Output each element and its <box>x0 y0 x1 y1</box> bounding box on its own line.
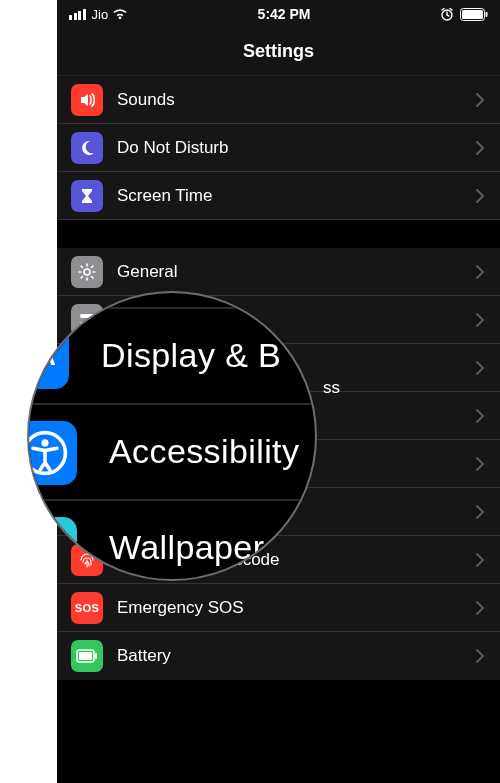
hourglass-icon <box>71 180 103 212</box>
section-separator <box>57 220 500 248</box>
sos-icon: SOS <box>71 592 103 624</box>
accessibility-icon <box>27 420 77 484</box>
svg-point-21 <box>40 543 51 554</box>
row-screen-time[interactable]: Screen Time <box>57 172 500 220</box>
row-label: Battery <box>117 646 476 666</box>
row-emergency-sos[interactable]: SOS Emergency SOS <box>57 584 500 632</box>
row-battery[interactable]: Battery <box>57 632 500 680</box>
chevron-right-icon <box>476 265 484 279</box>
chevron-right-icon <box>476 505 484 519</box>
svg-point-20 <box>41 438 48 445</box>
status-left: Jio <box>69 7 128 22</box>
svg-rect-18 <box>95 653 97 659</box>
display-row-tail: ss <box>323 378 340 398</box>
page-title: Settings <box>243 41 314 62</box>
wifi-icon <box>112 8 128 20</box>
battery-icon <box>460 8 488 21</box>
chevron-right-icon <box>476 361 484 375</box>
row-label: Sounds <box>117 90 476 110</box>
status-right <box>440 7 488 21</box>
svg-point-24 <box>31 530 59 565</box>
status-time: 5:42 PM <box>258 6 311 22</box>
svg-rect-17 <box>79 652 92 660</box>
row-label: General <box>117 262 476 282</box>
chevron-right-icon <box>476 409 484 423</box>
battery-tile-icon <box>71 640 103 672</box>
chevron-right-icon <box>476 93 484 107</box>
row-general[interactable]: General <box>57 248 500 296</box>
row-label: Screen Time <box>117 186 476 206</box>
status-bar: Jio 5:42 PM <box>57 0 500 28</box>
magnifier-callout: AA Display & B Accessibility Wallpaper <box>27 291 317 581</box>
row-label: Do Not Disturb <box>117 138 476 158</box>
chevron-right-icon <box>476 141 484 155</box>
chevron-right-icon <box>476 189 484 203</box>
gear-icon <box>71 256 103 288</box>
alarm-icon <box>440 7 454 21</box>
sounds-icon <box>71 84 103 116</box>
mag-accessibility-label: Accessibility <box>109 432 317 472</box>
svg-rect-3 <box>485 12 487 17</box>
carrier-label: Jio <box>92 7 109 22</box>
nav-title: Settings <box>57 28 500 76</box>
row-do-not-disturb[interactable]: Do Not Disturb <box>57 124 500 172</box>
chevron-right-icon <box>476 553 484 567</box>
svg-point-4 <box>84 269 90 275</box>
chevron-right-icon <box>476 601 484 615</box>
chevron-right-icon <box>476 313 484 327</box>
chevron-right-icon <box>476 649 484 663</box>
row-label: Emergency SOS <box>117 598 476 618</box>
row-sounds[interactable]: Sounds <box>57 76 500 124</box>
moon-icon <box>71 132 103 164</box>
canvas: Jio 5:42 PM Settings Sounds <box>0 0 500 783</box>
chevron-right-icon <box>476 457 484 471</box>
svg-rect-2 <box>462 10 483 19</box>
cellular-signal-icon <box>69 9 86 20</box>
svg-point-23 <box>31 530 59 565</box>
